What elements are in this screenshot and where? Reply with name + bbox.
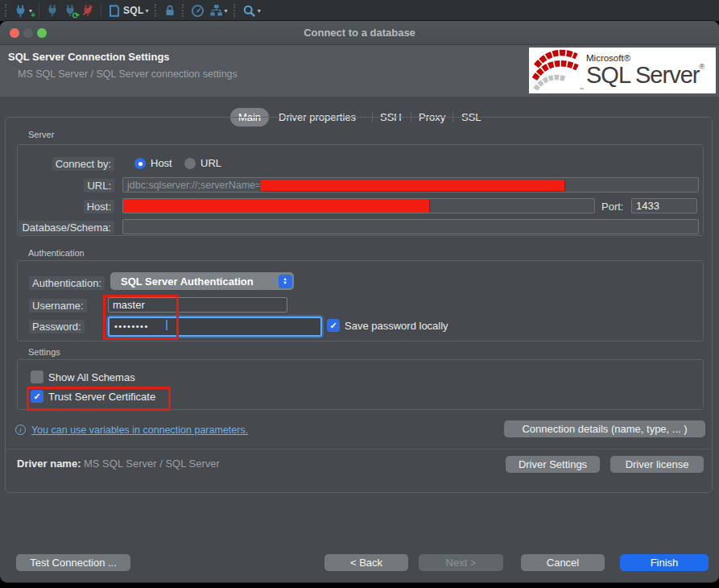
text-cursor [166,320,167,330]
dashboard-gauge-icon [191,4,205,18]
network-hierarchy-icon [209,4,223,17]
plug-plus-icon [14,4,27,18]
network-button[interactable]: ▾ [207,2,230,19]
toolbar-drag-handle[interactable] [5,4,8,17]
database-schema-input[interactable] [122,219,699,234]
driver-settings-button[interactable]: Driver Settings [506,456,600,473]
connection-details-button[interactable]: Connection details (name, type, ... ) [504,420,705,437]
server-group: Connect by: Host URL URL: jdbc:sqlserver… [17,144,704,236]
toolbar-separator-dotted [155,4,158,17]
search-button[interactable]: ▾ [240,2,263,19]
caret-down-icon: ▾ [258,7,261,14]
port-label: Port: [601,200,623,213]
settings-group-label: Settings [28,347,60,357]
logo-trademark: ™ [579,87,584,92]
test-connection-button[interactable]: Test Connection ... [16,554,130,571]
password-label: Password: [29,320,85,333]
save-password-checkbox[interactable]: ✓ [327,319,340,332]
trust-server-certificate-label[interactable]: Trust Server Certificate [48,391,155,403]
dashboard-button[interactable] [188,2,207,19]
page-subtitle: MS SQL Server / SQL Server connection se… [18,68,238,80]
url-radio-label[interactable]: URL [200,157,221,169]
caret-down-icon: ▾ [146,7,149,14]
sql-server-logo: ™ Microsoft® SQL Server® [529,48,716,93]
username-label: Username: [29,299,87,313]
authentication-method-value: SQL Server Authentication [121,275,254,288]
toolbar-separator [39,3,39,18]
main-tab-panel: Server Connect by: Host URL URL: jdbc:sq… [5,117,713,493]
toolbar-separator [101,3,101,18]
info-icon: i [15,424,26,435]
settings-group: Show All Schemas ✓ Trust Server Certific… [17,359,704,410]
variables-link[interactable]: You can use variables in connection para… [31,424,248,436]
info-glyph: i [20,426,22,434]
caret-down-icon: ▾ [225,7,228,14]
stepper-down-icon: ▼ [283,281,287,285]
logo-text: Microsoft® SQL Server® [586,54,705,88]
authentication-group-label: Authentication [28,248,85,258]
server-group-label: Server [28,130,54,139]
redaction-overlay [260,180,564,191]
search-icon [242,4,256,18]
check-icon: ✓ [329,321,337,331]
dialog-titlebar[interactable]: Connect to a database [0,21,719,45]
disconnect-button[interactable] [79,2,97,19]
toolbar-separator-dotted [233,4,237,17]
host-label: Host: [84,200,114,213]
dropdown-stepper-icon: ▲ ▼ [279,275,292,288]
cancel-button[interactable]: Cancel [521,554,605,571]
check-icon: ✓ [33,391,40,402]
driver-name-value: MS SQL Server / SQL Server [84,458,220,470]
dialog-title: Connect to a database [0,27,719,39]
logo-product: SQL Server [586,62,699,88]
toolbar-separator-dotted [182,4,185,17]
sql-document-icon [108,4,121,18]
host-input[interactable] [122,198,595,213]
url-value: jdbc:sqlserver://;serverName= [127,180,261,191]
driver-name-label: Driver name: [17,458,81,470]
authentication-group: Authentication: SQL Server Authenticatio… [17,260,704,342]
connect-by-label: Connect by: [52,157,114,171]
sql-server-swoosh-icon [531,48,581,93]
connect-button[interactable] [43,2,61,19]
radio-dot [138,162,143,166]
authentication-method-label: Authentication: [29,276,105,290]
panel-divider [6,449,712,449]
reconnect-button[interactable]: ⟳ [61,2,79,19]
sql-editor-button[interactable]: SQL ▾ [105,2,151,19]
show-all-schemas-label[interactable]: Show All Schemas [48,371,135,383]
plus-badge-icon: + [31,11,35,19]
next-button[interactable]: Next > [419,554,503,571]
show-all-schemas-checkbox[interactable] [31,371,43,383]
page-title: SQL Server Connection Settings [8,51,170,63]
url-label: URL: [84,179,114,193]
trust-server-certificate-checkbox[interactable]: ✓ [31,390,43,403]
lock-button[interactable] [161,2,179,19]
url-radio[interactable] [184,158,196,169]
new-connection-button[interactable]: + ▾ [11,2,35,19]
authentication-method-select[interactable]: SQL Server Authentication ▲ ▼ [110,272,294,290]
port-input[interactable]: 1433 [631,198,697,213]
ide-toolbar: + ▾ ⟳ SQL ▾ [0,0,719,21]
finish-button[interactable]: Finish [620,554,709,571]
host-radio-label[interactable]: Host [151,157,172,169]
password-input[interactable]: •••••••• [108,317,322,337]
logo-registered: ® [699,63,705,71]
password-masked-value: •••••••• [114,321,149,331]
username-value: master [113,299,145,311]
driver-license-button[interactable]: Driver license [610,456,704,473]
username-input[interactable]: master [108,297,287,313]
sql-editor-label: SQL [123,5,144,16]
connect-database-dialog: Connect to a database SQL Server Connect… [0,21,719,582]
host-radio[interactable] [134,158,146,169]
url-input[interactable]: jdbc:sqlserver://;serverName= [122,177,699,193]
plug-icon [46,4,59,17]
lock-icon [163,4,176,17]
port-value: 1433 [636,200,659,212]
save-password-label[interactable]: Save password locally [345,320,448,332]
database-schema-label: Database/Schema: [19,221,114,234]
back-button[interactable]: < Back [324,554,408,571]
plug-disconnect-icon [81,4,94,17]
redaction-overlay [123,199,429,213]
